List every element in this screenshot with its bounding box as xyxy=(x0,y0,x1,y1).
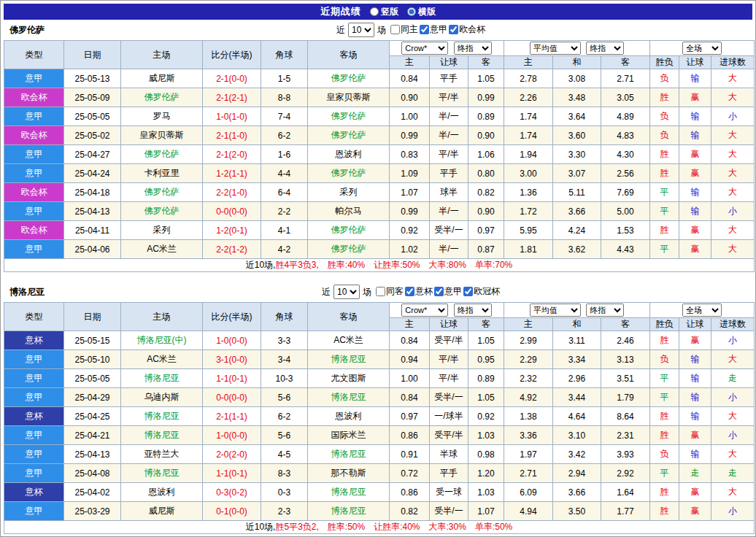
handicap-away-odds-cell: 0.82 xyxy=(468,183,504,202)
vertical-radio[interactable] xyxy=(370,7,379,16)
euro-odds-time-select[interactable]: 终指 xyxy=(586,42,624,55)
euro-source-select[interactable]: 平均值 xyxy=(530,304,581,317)
league-type-cell: 欧会杯 xyxy=(4,183,64,202)
handicap-away-odds-cell: 0.89 xyxy=(468,369,504,388)
layout-option-horizontal[interactable]: 横版 xyxy=(407,6,436,18)
away-team-cell[interactable]: 博洛尼亚 xyxy=(308,483,390,502)
match-row: 意甲25-04-13亚特兰大2-0(2-0)4-5博洛尼亚0.91半球0.981… xyxy=(4,445,755,464)
away-team-cell[interactable]: 佛罗伦萨 xyxy=(308,69,390,88)
goals-result-cell: 大 xyxy=(711,221,755,240)
handicap-odds-time-select[interactable]: 终指 xyxy=(454,42,492,55)
bookmaker-select[interactable]: Crow* xyxy=(401,42,448,55)
league-type-cell: 意甲 xyxy=(4,107,64,126)
corner-cell: 3-4 xyxy=(261,350,308,369)
goals-result-cell: 大 xyxy=(711,69,755,88)
away-team-cell[interactable]: 皇家贝蒂斯 xyxy=(308,88,390,107)
away-team-cell[interactable]: 佛罗伦萨 xyxy=(308,221,390,240)
home-team-cell[interactable]: 亚特兰大 xyxy=(121,445,203,464)
checkbox-input[interactable] xyxy=(420,25,429,34)
filter-checkbox-group: 同主意甲欧会杯 xyxy=(389,23,485,36)
away-team-cell[interactable]: 佛罗伦萨 xyxy=(308,164,390,183)
result-cell: 胜 xyxy=(650,221,679,240)
away-team-cell[interactable]: 佛罗伦萨 xyxy=(308,240,390,259)
away-team-cell[interactable]: 佛罗伦萨 xyxy=(308,126,390,145)
checkbox-input[interactable] xyxy=(390,25,400,34)
home-team-cell[interactable]: 采列 xyxy=(121,221,203,240)
checkbox-input[interactable] xyxy=(405,287,414,296)
filter-checkbox-1[interactable]: 意甲 xyxy=(420,23,447,36)
filter-checkbox-2[interactable]: 欧会杯 xyxy=(449,23,485,36)
checkbox-input[interactable] xyxy=(463,287,473,296)
away-team-cell[interactable]: 博洛尼亚 xyxy=(308,350,390,369)
euro-odds-time-select[interactable]: 终指 xyxy=(586,304,624,317)
home-team-cell[interactable]: 卡利亚里 xyxy=(121,164,203,183)
handicap-home-odds-cell: 1.07 xyxy=(390,183,430,202)
home-team-cell[interactable]: AC米兰 xyxy=(121,240,203,259)
home-team-cell[interactable]: 博洛尼亚 xyxy=(121,407,203,426)
col-header-handicap-result: 让球 xyxy=(679,56,711,69)
filter-checkbox-2[interactable]: 意甲 xyxy=(434,285,462,298)
away-team-cell[interactable]: 帕尔马 xyxy=(308,202,390,221)
home-team-cell[interactable]: 佛罗伦萨 xyxy=(121,88,203,107)
home-team-cell[interactable]: 恩波利 xyxy=(121,483,203,502)
home-team-cell[interactable]: AC米兰 xyxy=(121,350,203,369)
score-cell: 1-0(0-0) xyxy=(203,331,261,350)
home-team-cell[interactable]: 博洛尼亚 xyxy=(121,464,203,483)
home-team-cell[interactable]: 罗马 xyxy=(121,107,203,126)
score-cell: 1-2(0-1) xyxy=(203,221,261,240)
euro-away-odds-cell: 2.71 xyxy=(601,69,650,88)
checkbox-input[interactable] xyxy=(449,25,458,34)
filter-checkbox-3[interactable]: 欧冠杯 xyxy=(463,285,500,298)
away-team-cell[interactable]: AC米兰 xyxy=(308,331,390,350)
home-team-cell[interactable]: 博洛尼亚 xyxy=(121,426,203,445)
away-team-cell[interactable]: 恩波利 xyxy=(308,145,390,164)
col-header-handicap-home: 主 xyxy=(390,318,430,331)
corner-cell: 5-6 xyxy=(261,388,308,407)
home-team-cell[interactable]: 博洛尼亚 xyxy=(121,369,203,388)
checkbox-input[interactable] xyxy=(376,287,385,296)
home-team-cell[interactable]: 乌迪内斯 xyxy=(121,388,203,407)
away-team-cell[interactable]: 博洛尼亚 xyxy=(308,388,390,407)
scope-dropdown-cell: 全场 xyxy=(650,303,755,318)
handicap-odds-time-select[interactable]: 终指 xyxy=(454,304,492,317)
away-team-cell[interactable]: 恩波利 xyxy=(308,407,390,426)
home-team-cell[interactable]: 威尼斯 xyxy=(121,502,203,521)
result-cell: 胜 xyxy=(650,164,679,183)
away-team-cell[interactable]: 博洛尼亚 xyxy=(308,502,390,521)
layout-option-vertical[interactable]: 竖版 xyxy=(370,6,398,18)
away-team-cell[interactable]: 博洛尼亚 xyxy=(308,445,390,464)
filter-checkbox-0[interactable]: 同主 xyxy=(390,23,418,36)
goals-result-cell: 小 xyxy=(711,502,755,521)
euro-home-odds-cell: 6.09 xyxy=(504,483,553,502)
away-team-cell[interactable]: 尤文图斯 xyxy=(308,369,390,388)
home-team-cell[interactable]: 佛罗伦萨 xyxy=(121,145,203,164)
checkbox-label: 意甲 xyxy=(444,285,462,298)
checkbox-input[interactable] xyxy=(434,287,444,296)
home-team-cell[interactable]: 佛罗伦萨 xyxy=(121,202,203,221)
home-team-cell[interactable]: 博洛尼亚(中) xyxy=(121,331,203,350)
euro-source-select[interactable]: 平均值 xyxy=(530,42,581,55)
bookmaker-select[interactable]: Crow* xyxy=(401,304,448,317)
home-team-cell[interactable]: 皇家贝蒂斯 xyxy=(121,126,203,145)
euro-dropdowns-cell: 平均值 终指 xyxy=(504,303,650,318)
away-team-cell[interactable]: 佛罗伦萨 xyxy=(308,107,390,126)
match-date-cell: 25-04-25 xyxy=(64,407,121,426)
away-team-cell[interactable]: 采列 xyxy=(308,183,390,202)
away-team-cell[interactable]: 那不勒斯 xyxy=(308,464,390,483)
handicap-home-odds-cell: 0.72 xyxy=(390,464,430,483)
recent-count-select[interactable]: 10 xyxy=(348,23,374,37)
match-date-cell: 25-04-27 xyxy=(64,145,121,164)
handicap-away-odds-cell: 0.98 xyxy=(468,445,504,464)
filter-checkbox-0[interactable]: 同客 xyxy=(376,285,404,298)
filter-checkbox-1[interactable]: 意杯 xyxy=(405,285,433,298)
euro-away-odds-cell: 2.31 xyxy=(601,426,650,445)
home-team-cell[interactable]: 威尼斯 xyxy=(121,69,203,88)
home-team-cell[interactable]: 佛罗伦萨 xyxy=(121,183,203,202)
handicap-line-cell: 半/一 xyxy=(430,240,468,259)
away-team-cell[interactable]: 国际米兰 xyxy=(308,426,390,445)
scope-select[interactable]: 全场 xyxy=(682,42,722,55)
recent-count-select[interactable]: 10 xyxy=(333,285,360,299)
scope-select[interactable]: 全场 xyxy=(682,304,722,317)
horizontal-radio[interactable] xyxy=(407,7,416,16)
handicap-result-cell: 输 xyxy=(679,445,711,464)
